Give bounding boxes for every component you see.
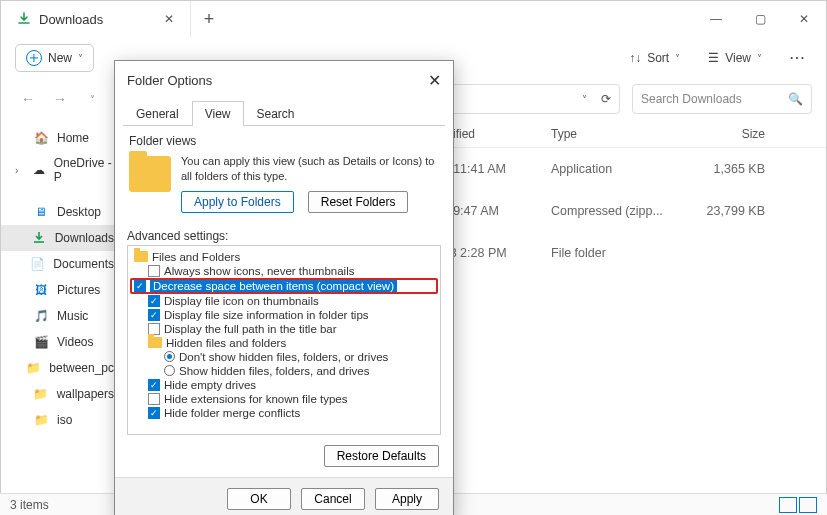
tree-radio[interactable]: Don't show hidden files, folders, or dri… [130,350,438,364]
tab-search[interactable]: Search [244,101,308,126]
view-icon: ☰ [708,51,719,65]
maximize-button[interactable]: ▢ [738,1,782,37]
thumbnails-view-button[interactable] [799,497,817,513]
sidebar-label: Desktop [57,205,101,219]
checkbox[interactable] [148,323,160,335]
video-icon: 🎬 [33,334,49,350]
col-type[interactable]: Type [551,127,701,141]
sidebar-label: wallpapers [57,387,114,401]
sidebar-item-folder[interactable]: 📁wallpapers [1,381,124,407]
sidebar-item-downloads[interactable]: Downloads [1,225,124,251]
sidebar-label: iso [57,413,72,427]
search-placeholder: Search Downloads [641,92,780,106]
restore-defaults-button[interactable]: Restore Defaults [324,445,439,467]
back-button[interactable]: ← [15,86,41,112]
tab-general[interactable]: General [123,101,192,126]
sidebar-item-folder[interactable]: 📁iso [1,407,124,433]
folder-icon: 📁 [33,412,49,428]
tab-label: Downloads [39,12,103,27]
chevron-down-icon[interactable]: ˅ [79,86,105,112]
sidebar-label: Downloads [55,231,114,245]
folder-views-text: You can apply this view (such as Details… [181,154,439,185]
tab-view[interactable]: View [192,101,244,126]
apply-button[interactable]: Apply [375,488,439,510]
sidebar-item-pictures[interactable]: 🖼Pictures [1,277,124,303]
tree-radio[interactable]: Show hidden files, folders, and drives [130,364,438,378]
checkbox[interactable]: ✓ [134,280,146,292]
checkbox[interactable]: ✓ [148,407,160,419]
sidebar-item-folder[interactable]: 📁between_pc [1,355,124,381]
new-button[interactable]: New ˅ [15,44,94,72]
chevron-down-icon: ˅ [757,53,762,64]
tree-group: Hidden files and folders [166,337,286,349]
view-label: View [725,51,751,65]
home-icon: 🏠 [33,130,49,146]
col-size[interactable]: Size [701,127,781,141]
tree-item[interactable]: Always show icons, never thumbnails [130,264,438,278]
tree-item[interactable]: ✓Hide empty drives [130,378,438,392]
tree-item[interactable]: ✓Hide folder merge conflicts [130,406,438,420]
chevron-down-icon: ˅ [675,53,680,64]
sort-button[interactable]: ↑↓ Sort ˅ [623,47,686,69]
search-icon: 🔍 [788,92,803,106]
checkbox[interactable] [148,265,160,277]
advanced-settings-tree[interactable]: Files and Folders Always show icons, nev… [127,245,441,435]
folder-views-label: Folder views [129,134,439,148]
download-icon [32,230,47,246]
document-icon: 📄 [30,256,45,272]
tree-item[interactable]: ✓Display file icon on thumbnails [130,294,438,308]
folder-options-dialog: Folder Options ✕ General View Search Fol… [114,60,454,515]
sidebar-item-documents[interactable]: 📄Documents [1,251,124,277]
sidebar-item-onedrive[interactable]: ›☁OneDrive - P [1,151,124,189]
tree-item[interactable]: ✓Display file size information in folder… [130,308,438,322]
details-view-button[interactable] [779,497,797,513]
folder-icon: 📁 [26,360,41,376]
folder-icon: 📁 [33,386,49,402]
sidebar-item-home[interactable]: 🏠Home [1,125,124,151]
search-input[interactable]: Search Downloads 🔍 [632,84,812,114]
sidebar-label: Music [57,309,88,323]
tree-item-highlighted[interactable]: ✓Decrease space between items (compact v… [130,278,438,294]
apply-to-folders-button[interactable]: Apply to Folders [181,191,294,213]
sidebar-item-desktop[interactable]: 🖥Desktop [1,199,124,225]
tree-item[interactable]: Hide extensions for known file types [130,392,438,406]
tree-item[interactable]: Display the full path in the title bar [130,322,438,336]
desktop-icon: 🖥 [33,204,49,220]
expand-icon[interactable]: › [15,165,24,176]
view-button[interactable]: ☰ View ˅ [702,47,768,69]
folder-icon [134,251,148,262]
minimize-button[interactable]: — [694,1,738,37]
chevron-down-icon[interactable]: ˅ [582,94,587,105]
download-icon [17,12,31,26]
plus-icon [26,50,42,66]
ok-button[interactable]: OK [227,488,291,510]
sidebar-label: between_pc [49,361,114,375]
tree-root: Files and Folders [152,251,240,263]
checkbox[interactable] [148,393,160,405]
checkbox[interactable]: ✓ [148,295,160,307]
refresh-button[interactable]: ⟳ [601,92,611,106]
dialog-title: Folder Options [127,73,212,88]
dialog-close-button[interactable]: ✕ [428,71,441,90]
more-button[interactable]: ··· [784,47,812,69]
new-label: New [48,51,72,65]
sidebar-label: Pictures [57,283,100,297]
forward-button[interactable]: → [47,86,73,112]
close-button[interactable]: ✕ [782,1,826,37]
sidebar-item-music[interactable]: 🎵Music [1,303,124,329]
checkbox[interactable]: ✓ [148,309,160,321]
cancel-button[interactable]: Cancel [301,488,365,510]
item-count: 3 items [10,498,49,512]
reset-folders-button[interactable]: Reset Folders [308,191,409,213]
radio[interactable] [164,365,175,376]
tab-downloads[interactable]: Downloads ✕ [1,1,191,37]
pictures-icon: 🖼 [33,282,49,298]
sidebar-label: Videos [57,335,93,349]
checkbox[interactable]: ✓ [148,379,160,391]
sort-icon: ↑↓ [629,51,641,65]
close-tab-button[interactable]: ✕ [160,10,178,28]
sidebar-item-videos[interactable]: 🎬Videos [1,329,124,355]
radio[interactable] [164,351,175,362]
new-tab-button[interactable]: + [191,1,227,37]
cloud-icon: ☁ [32,162,46,178]
